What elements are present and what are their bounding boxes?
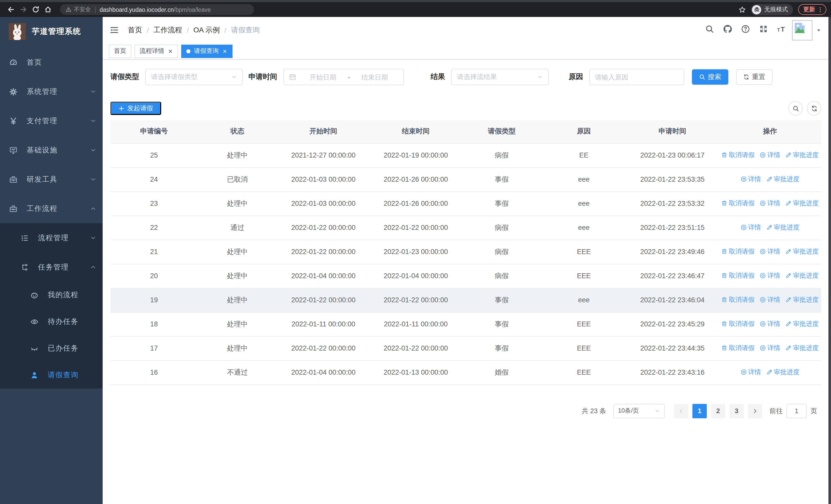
page-button-2[interactable]: 2: [711, 404, 725, 418]
sidebar-item-workflow[interactable]: 工作流程: [0, 194, 103, 223]
action-progress-link[interactable]: 审批进度: [785, 271, 819, 280]
tab-home[interactable]: 首页: [109, 45, 132, 58]
forward-icon[interactable]: [17, 4, 29, 15]
table-row: 21处理中2022-01-22 00:00:002022-01-23 00:00…: [110, 240, 821, 264]
tab-leave-query[interactable]: 请假查询: [181, 45, 232, 58]
goto-page-input[interactable]: [786, 404, 807, 418]
back-icon[interactable]: [5, 4, 17, 15]
sidebar-item-label: 基础设施: [27, 146, 57, 155]
sidebar-item-process-mgmt[interactable]: 流程管理: [0, 223, 103, 253]
cell-apply: 2022-01-22 23:43:16: [626, 360, 719, 384]
action-detail-link[interactable]: 详情: [760, 296, 780, 304]
action-progress-link[interactable]: 审批进度: [785, 296, 819, 304]
browser-menu-icon[interactable]: [817, 6, 823, 12]
sidebar-item-done-task[interactable]: 已办任务: [0, 335, 103, 362]
refresh-table-button[interactable]: [807, 101, 821, 116]
browser-update-button[interactable]: 更新: [798, 4, 826, 15]
user-icon: [30, 371, 38, 379]
reset-button[interactable]: 重置: [736, 69, 773, 85]
sidebar-item-label: 任务管理: [38, 263, 69, 272]
cell-end: 2022-01-22 00:00:00: [370, 288, 462, 312]
sidebar-collapse-icon[interactable]: [110, 26, 119, 34]
action-progress-link[interactable]: 审批进度: [766, 368, 799, 377]
page-size-select[interactable]: 10条/页: [613, 404, 665, 418]
sidebar-item-home[interactable]: 首页: [0, 48, 103, 77]
action-cancel-link[interactable]: 取消请假: [721, 271, 754, 280]
action-cancel-link[interactable]: 取消请假: [721, 296, 754, 304]
action-detail-link[interactable]: 详情: [760, 271, 780, 280]
action-detail-link[interactable]: 详情: [760, 344, 780, 353]
breadcrumb-item[interactable]: OA 示例: [194, 25, 220, 35]
chevron-down-icon[interactable]: [816, 25, 821, 35]
action-progress-link[interactable]: 审批进度: [766, 223, 799, 232]
sidebar-item-infra[interactable]: 基础设施: [0, 136, 103, 165]
address-bar[interactable]: 不安全 dashboard.yudao.iocoder.cn/bpm/oa/le…: [60, 4, 254, 15]
table-row: 20处理中2022-01-04 00:00:002022-01-04 00:00…: [110, 264, 821, 288]
action-cancel-link[interactable]: 取消请假: [721, 199, 754, 208]
home-icon[interactable]: [41, 4, 54, 15]
breadcrumb-item[interactable]: 工作流程: [153, 25, 182, 35]
search-button[interactable]: 搜索: [692, 69, 728, 85]
sidebar-item-dev-tools[interactable]: 研发工具: [0, 165, 103, 194]
end-date-input[interactable]: [351, 73, 398, 81]
tab-label: 请假查询: [194, 47, 219, 55]
app-logo[interactable]: 芋道管理系统: [0, 17, 103, 46]
leave-type-select[interactable]: 请选择请假类型: [145, 69, 243, 85]
action-detail-link[interactable]: 详情: [740, 368, 761, 377]
eye-closed-icon: [30, 345, 38, 353]
browser-scrollbar[interactable]: [828, 17, 831, 504]
search-icon[interactable]: [705, 25, 714, 35]
action-progress-link[interactable]: 审批进度: [785, 320, 819, 328]
action-cancel-link[interactable]: 取消请假: [721, 247, 754, 256]
action-progress-link[interactable]: 审批进度: [766, 175, 799, 184]
edit-icon: [785, 297, 792, 303]
create-leave-button[interactable]: 发起请假: [110, 101, 161, 115]
fontsize-icon[interactable]: TT: [777, 25, 786, 35]
sidebar-item-system[interactable]: 系统管理: [0, 77, 103, 106]
breadcrumb-item[interactable]: 首页: [128, 25, 142, 35]
next-page-button[interactable]: [748, 404, 762, 418]
action-detail-link[interactable]: 详情: [740, 175, 761, 184]
github-icon[interactable]: [723, 25, 732, 35]
reload-icon[interactable]: [29, 4, 41, 15]
action-progress-link[interactable]: 审批进度: [785, 151, 819, 159]
bookmark-star-icon[interactable]: [739, 6, 746, 13]
action-progress-link[interactable]: 审批进度: [785, 344, 819, 353]
sidebar-item-payment[interactable]: 支付管理: [0, 106, 103, 136]
action-detail-link[interactable]: 详情: [760, 247, 780, 256]
sidebar-item-my-process[interactable]: 我的流程: [0, 282, 103, 308]
action-cancel-link[interactable]: 取消请假: [721, 151, 754, 159]
sidebar-item-leave-query[interactable]: 请假查询: [0, 362, 103, 388]
reason-input[interactable]: [589, 69, 684, 85]
cell-apply: 2022-01-22 23:53:32: [626, 191, 719, 215]
fullscreen-icon[interactable]: [759, 25, 768, 35]
action-cancel-link[interactable]: 取消请假: [721, 344, 754, 353]
sidebar-item-label: 我的流程: [48, 291, 79, 300]
cell-status: 处理中: [198, 288, 277, 312]
action-cancel-link[interactable]: 取消请假: [721, 320, 754, 328]
action-detail-link[interactable]: 详情: [740, 223, 761, 232]
cell-status: 不通过: [198, 360, 277, 384]
tab-label: 流程详情: [140, 47, 164, 55]
sidebar-item-task-mgmt[interactable]: 任务管理: [0, 253, 103, 282]
page-button-1[interactable]: 1: [692, 404, 707, 418]
help-icon[interactable]: [741, 25, 750, 35]
cell-actions: 取消请假详情审批进度: [719, 191, 821, 215]
action-detail-link[interactable]: 详情: [760, 151, 780, 159]
show-search-button[interactable]: [789, 101, 803, 116]
action-detail-link[interactable]: 详情: [760, 199, 780, 208]
action-detail-link[interactable]: 详情: [760, 320, 780, 328]
start-date-input[interactable]: [299, 73, 347, 81]
result-select[interactable]: 请选择流结果: [451, 69, 549, 85]
prev-page-button[interactable]: [674, 404, 688, 418]
cell-id: 16: [110, 360, 198, 384]
tab-process-detail[interactable]: 流程详情: [135, 45, 178, 58]
page-button-3[interactable]: 3: [729, 404, 744, 418]
sidebar-item-todo-task[interactable]: 待办任务: [0, 308, 103, 335]
action-progress-link[interactable]: 审批进度: [785, 199, 819, 208]
avatar[interactable]: [792, 20, 812, 40]
close-icon[interactable]: [222, 49, 227, 54]
close-icon[interactable]: [168, 49, 173, 54]
action-progress-link[interactable]: 审批进度: [785, 247, 819, 256]
apply-time-range-picker[interactable]: -: [283, 69, 404, 85]
